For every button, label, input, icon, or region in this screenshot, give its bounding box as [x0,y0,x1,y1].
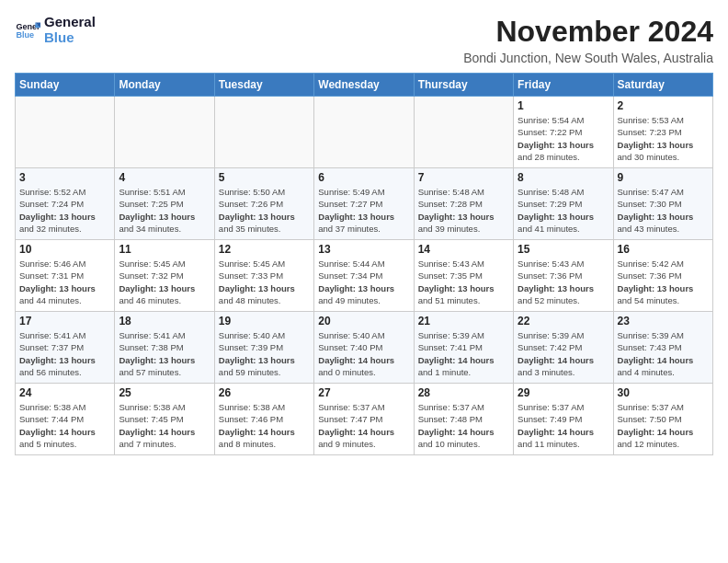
day-number: 9 [618,171,709,184]
calendar-cell: 11Sunrise: 5:45 AMSunset: 7:32 PMDayligh… [115,240,214,312]
day-number: 6 [318,171,409,184]
calendar-cell: 6Sunrise: 5:49 AMSunset: 7:27 PMDaylight… [314,168,414,240]
day-info: Sunrise: 5:48 AMSunset: 7:28 PMDaylight:… [418,186,509,235]
day-info: Sunrise: 5:50 AMSunset: 7:26 PMDaylight:… [219,186,310,235]
calendar-cell: 1Sunrise: 5:54 AMSunset: 7:22 PMDaylight… [514,97,613,168]
calendar-cell: 28Sunrise: 5:37 AMSunset: 7:48 PMDayligh… [414,384,513,455]
header-thursday: Thursday [414,74,513,97]
calendar-cell: 17Sunrise: 5:41 AMSunset: 7:37 PMDayligh… [16,312,115,384]
day-number: 5 [219,171,310,184]
svg-text:Blue: Blue [16,30,34,40]
day-info: Sunrise: 5:48 AMSunset: 7:29 PMDaylight:… [518,186,609,235]
day-info: Sunrise: 5:40 AMSunset: 7:39 PMDaylight:… [219,329,310,378]
day-info: Sunrise: 5:46 AMSunset: 7:31 PMDaylight:… [19,258,110,306]
calendar-cell: 10Sunrise: 5:46 AMSunset: 7:31 PMDayligh… [16,240,115,312]
day-info: Sunrise: 5:43 AMSunset: 7:36 PMDaylight:… [518,258,609,306]
day-number: 27 [318,386,409,399]
calendar-week-4: 17Sunrise: 5:41 AMSunset: 7:37 PMDayligh… [16,312,713,384]
header-monday: Monday [115,74,214,97]
day-number: 24 [19,386,110,399]
title-block: November 2024 Bondi Junction, New South … [463,15,713,65]
calendar-cell: 30Sunrise: 5:37 AMSunset: 7:50 PMDayligh… [613,384,712,455]
subtitle: Bondi Junction, New South Wales, Austral… [463,51,713,65]
day-number: 20 [318,315,409,327]
calendar-cell: 24Sunrise: 5:38 AMSunset: 7:44 PMDayligh… [16,384,115,455]
day-number: 10 [19,243,110,256]
logo: General Blue General Blue [15,15,96,45]
day-number: 22 [518,315,609,327]
day-info: Sunrise: 5:52 AMSunset: 7:24 PMDaylight:… [19,186,110,235]
day-number: 26 [219,386,310,399]
day-number: 7 [418,171,509,184]
day-info: Sunrise: 5:39 AMSunset: 7:43 PMDaylight:… [618,329,709,378]
day-info: Sunrise: 5:54 AMSunset: 7:22 PMDaylight:… [518,114,609,163]
day-info: Sunrise: 5:47 AMSunset: 7:30 PMDaylight:… [618,186,709,235]
day-info: Sunrise: 5:49 AMSunset: 7:27 PMDaylight:… [318,186,409,235]
day-number: 1 [518,99,609,112]
day-info: Sunrise: 5:45 AMSunset: 7:32 PMDaylight:… [119,258,210,306]
day-number: 16 [618,243,709,256]
calendar-cell [115,97,214,168]
calendar-week-1: 1Sunrise: 5:54 AMSunset: 7:22 PMDaylight… [16,97,713,168]
day-number: 28 [418,386,509,399]
day-info: Sunrise: 5:41 AMSunset: 7:38 PMDaylight:… [119,329,210,378]
logo-icon: General Blue [15,17,40,43]
day-number: 8 [518,171,609,184]
header-friday: Friday [514,74,613,97]
calendar-cell: 12Sunrise: 5:45 AMSunset: 7:33 PMDayligh… [214,240,313,312]
calendar-cell: 5Sunrise: 5:50 AMSunset: 7:26 PMDaylight… [214,168,313,240]
day-number: 17 [19,315,110,327]
calendar-cell: 23Sunrise: 5:39 AMSunset: 7:43 PMDayligh… [613,312,712,384]
day-info: Sunrise: 5:39 AMSunset: 7:41 PMDaylight:… [418,329,509,378]
header-wednesday: Wednesday [314,74,414,97]
day-info: Sunrise: 5:42 AMSunset: 7:36 PMDaylight:… [618,258,709,306]
day-number: 18 [119,315,210,327]
calendar-cell: 20Sunrise: 5:40 AMSunset: 7:40 PMDayligh… [314,312,414,384]
day-number: 11 [119,243,210,256]
day-info: Sunrise: 5:38 AMSunset: 7:45 PMDaylight:… [119,401,210,450]
calendar-week-5: 24Sunrise: 5:38 AMSunset: 7:44 PMDayligh… [16,384,713,455]
calendar-cell: 14Sunrise: 5:43 AMSunset: 7:35 PMDayligh… [414,240,513,312]
header-tuesday: Tuesday [214,74,313,97]
month-title: November 2024 [463,15,713,49]
day-info: Sunrise: 5:53 AMSunset: 7:23 PMDaylight:… [618,114,709,163]
day-number: 15 [518,243,609,256]
calendar-cell: 26Sunrise: 5:38 AMSunset: 7:46 PMDayligh… [214,384,313,455]
day-info: Sunrise: 5:37 AMSunset: 7:47 PMDaylight:… [318,401,409,450]
day-number: 14 [418,243,509,256]
calendar-cell: 16Sunrise: 5:42 AMSunset: 7:36 PMDayligh… [613,240,712,312]
calendar-cell: 8Sunrise: 5:48 AMSunset: 7:29 PMDaylight… [514,168,613,240]
calendar-cell: 29Sunrise: 5:37 AMSunset: 7:49 PMDayligh… [514,384,613,455]
calendar-cell [314,97,414,168]
day-info: Sunrise: 5:39 AMSunset: 7:42 PMDaylight:… [518,329,609,378]
calendar-cell: 15Sunrise: 5:43 AMSunset: 7:36 PMDayligh… [514,240,613,312]
day-number: 19 [219,315,310,327]
calendar-cell [414,97,513,168]
calendar-cell [16,97,115,168]
calendar-cell [214,97,313,168]
day-number: 25 [119,386,210,399]
day-info: Sunrise: 5:45 AMSunset: 7:33 PMDaylight:… [219,258,310,306]
day-number: 21 [418,315,509,327]
day-info: Sunrise: 5:38 AMSunset: 7:44 PMDaylight:… [19,401,110,450]
calendar-cell: 19Sunrise: 5:40 AMSunset: 7:39 PMDayligh… [214,312,313,384]
header: General Blue General Blue November 2024 … [15,15,713,65]
calendar-cell: 18Sunrise: 5:41 AMSunset: 7:38 PMDayligh… [115,312,214,384]
calendar-cell: 4Sunrise: 5:51 AMSunset: 7:25 PMDaylight… [115,168,214,240]
calendar-week-2: 3Sunrise: 5:52 AMSunset: 7:24 PMDaylight… [16,168,713,240]
calendar: Sunday Monday Tuesday Wednesday Thursday… [15,73,713,455]
calendar-cell: 13Sunrise: 5:44 AMSunset: 7:34 PMDayligh… [314,240,414,312]
day-number: 12 [219,243,310,256]
day-number: 13 [318,243,409,256]
day-info: Sunrise: 5:43 AMSunset: 7:35 PMDaylight:… [418,258,509,306]
calendar-cell: 21Sunrise: 5:39 AMSunset: 7:41 PMDayligh… [414,312,513,384]
day-info: Sunrise: 5:44 AMSunset: 7:34 PMDaylight:… [318,258,409,306]
day-number: 30 [618,386,709,399]
day-info: Sunrise: 5:40 AMSunset: 7:40 PMDaylight:… [318,329,409,378]
day-number: 23 [618,315,709,327]
day-info: Sunrise: 5:37 AMSunset: 7:50 PMDaylight:… [618,401,709,450]
logo-line1: General [44,15,96,30]
calendar-cell: 2Sunrise: 5:53 AMSunset: 7:23 PMDaylight… [613,97,712,168]
page-container: General Blue General Blue November 2024 … [0,0,728,463]
day-number: 29 [518,386,609,399]
